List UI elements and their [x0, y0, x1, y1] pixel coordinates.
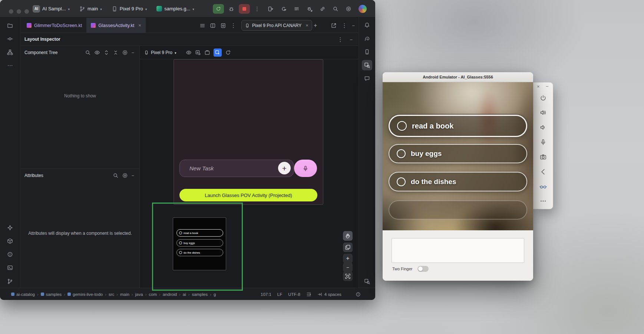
more-options-icon[interactable]: [539, 197, 547, 205]
breadcrumb-item[interactable]: java: [135, 292, 143, 297]
visibility-eye-icon[interactable]: [94, 50, 100, 56]
voice-input-button[interactable]: [294, 160, 317, 177]
settings-gear-icon[interactable]: [122, 50, 128, 56]
app-insights-icon[interactable]: [307, 6, 313, 12]
more-icon[interactable]: [337, 36, 343, 43]
power-button-icon[interactable]: [539, 94, 547, 102]
services-tool-icon[interactable]: [5, 236, 15, 246]
search-icon[interactable]: [85, 50, 91, 56]
todo-item[interactable]: do the dishes: [176, 249, 223, 256]
tab-glassesactivity[interactable]: GlassesActivity.kt: [86, 18, 146, 33]
logcat-icon[interactable]: [294, 6, 300, 12]
terminal-tool-icon[interactable]: [5, 263, 15, 273]
search-icon[interactable]: [113, 173, 119, 178]
breadcrumb-item[interactable]: ai-catalog: [11, 292, 35, 297]
layers-view-button[interactable]: [343, 243, 353, 252]
gradle-tool-icon[interactable]: [362, 33, 372, 44]
status-indicator-icon[interactable]: [356, 292, 361, 297]
snapshot-add-icon[interactable]: [195, 50, 201, 56]
encoding-widget[interactable]: UTF-8: [288, 292, 300, 297]
hide-panel-icon[interactable]: [131, 49, 134, 56]
back-button-icon[interactable]: [539, 168, 547, 176]
pan-tool-button[interactable]: [343, 231, 353, 241]
search-icon[interactable]: [333, 6, 338, 12]
todo-item-focused[interactable]: read a book: [389, 115, 527, 137]
breadcrumb-item[interactable]: com: [149, 292, 157, 297]
close-tab-icon[interactable]: [306, 23, 308, 28]
expand-all-icon[interactable]: [103, 50, 109, 56]
emulator-titlebar[interactable]: Android Emulator - AI_Glasses:5556: [383, 72, 533, 82]
project-tool-icon[interactable]: [5, 20, 15, 31]
more-run-actions-icon[interactable]: [254, 6, 260, 12]
hide-panel-icon[interactable]: [350, 36, 353, 43]
rerun-button[interactable]: [213, 4, 224, 14]
version-control-tool-icon[interactable]: [5, 276, 15, 287]
indent-widget[interactable]: 4 spaces: [317, 292, 341, 297]
project-widget[interactable]: AI AI Sampl...: [33, 5, 70, 13]
zoom-to-fit-button[interactable]: [343, 271, 353, 281]
close-icon[interactable]: [537, 84, 540, 89]
close-window-button[interactable]: [9, 9, 13, 14]
settings-gear-icon[interactable]: [122, 173, 128, 178]
run-config-widget[interactable]: samples.g...: [156, 6, 194, 11]
volume-up-icon[interactable]: [539, 109, 547, 116]
minimize-icon[interactable]: [546, 84, 549, 89]
add-device-tab-icon[interactable]: [314, 22, 317, 29]
refresh-sync-icon[interactable]: [225, 50, 231, 56]
breadcrumb-item[interactable]: ai: [183, 292, 186, 297]
branch-widget[interactable]: main: [79, 6, 102, 12]
two-finger-toggle[interactable]: [417, 266, 429, 272]
close-tab-icon[interactable]: [138, 23, 141, 28]
structure-tool-icon[interactable]: [5, 47, 15, 57]
more-icon[interactable]: [231, 22, 236, 29]
line-separator-widget[interactable]: LF: [277, 292, 282, 297]
stop-button[interactable]: [239, 4, 250, 14]
emulator-screen[interactable]: read a book buy eggs do the dishes: [383, 82, 533, 230]
layout-inspector-tool-icon[interactable]: [362, 60, 372, 70]
compose-preview-icon[interactable]: [281, 6, 287, 12]
ui-check-tool-icon[interactable]: [362, 276, 372, 287]
notifications-bell-icon[interactable]: [362, 20, 372, 30]
debug-icon[interactable]: [228, 6, 234, 12]
device-screenshot-icon[interactable]: [220, 23, 226, 29]
glasses-mode-icon[interactable]: [539, 183, 547, 190]
view-list-icon[interactable]: [199, 23, 205, 29]
breadcrumb-item[interactable]: gemini-live-todo: [67, 292, 103, 297]
running-device-tab[interactable]: Pixel 9 Pro API CANARY: [241, 20, 312, 31]
minimize-window-button[interactable]: [17, 9, 21, 14]
collapse-all-icon[interactable]: [113, 50, 119, 56]
zoom-window-button[interactable]: [24, 9, 29, 14]
breadcrumb-item[interactable]: android: [163, 292, 177, 297]
add-task-button[interactable]: +: [278, 162, 291, 174]
tab-glimmertodoscreen[interactable]: GlimmerToDoScreen.kt: [22, 18, 86, 33]
todo-item[interactable]: buy eggs: [176, 239, 223, 247]
link-icon[interactable]: [320, 6, 326, 12]
open-in-window-icon[interactable]: [331, 23, 337, 29]
screenshot-box-icon[interactable]: [204, 50, 210, 56]
split-editor-icon[interactable]: [210, 23, 216, 29]
touchpad-area[interactable]: [392, 238, 524, 263]
todo-item[interactable]: read a book: [176, 229, 223, 237]
breadcrumb-item[interactable]: main: [120, 292, 129, 297]
new-task-input[interactable]: New Task: [179, 160, 294, 177]
device-mirror-icon[interactable]: [268, 6, 274, 12]
volume-down-icon[interactable]: [539, 124, 547, 131]
todo-item[interactable]: buy eggs: [389, 144, 527, 163]
commit-tool-icon[interactable]: [5, 34, 15, 44]
preview-device-selector[interactable]: Pixel 9 Pro: [144, 46, 176, 59]
microphone-icon[interactable]: [539, 138, 547, 146]
profile-avatar[interactable]: [359, 5, 367, 13]
camera-icon[interactable]: [539, 153, 547, 161]
feedback-chat-tool-icon[interactable]: [362, 73, 372, 84]
zoom-in-button[interactable]: [343, 254, 353, 263]
more-tools-icon[interactable]: [5, 60, 15, 71]
launch-glasses-pov-button[interactable]: Launch Glasses POV Activity (Projected): [179, 189, 317, 201]
breadcrumb-item[interactable]: g: [214, 292, 216, 297]
deep-inspect-toggle-icon[interactable]: [214, 49, 222, 57]
breadcrumb-item[interactable]: src: [109, 292, 114, 297]
caret-position-widget[interactable]: 107:1: [261, 292, 271, 297]
hide-panel-icon[interactable]: [352, 22, 355, 29]
indent-guide-icon[interactable]: [306, 292, 311, 297]
zoom-out-button[interactable]: [343, 263, 353, 272]
more-icon[interactable]: [341, 22, 347, 29]
